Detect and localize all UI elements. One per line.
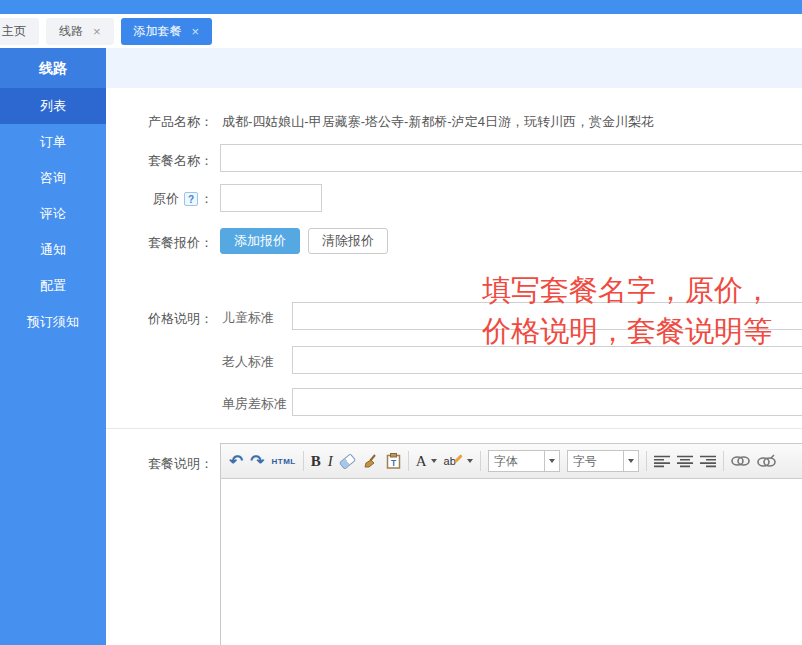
clear-quote-button[interactable]: 清除报价 — [308, 228, 388, 254]
product-name-value: 成都-四姑娘山-甲居藏寨-塔公寺-新都桥-泸定4日游，玩转川西，赏金川梨花 — [222, 113, 654, 131]
single-room-diff-input[interactable] — [292, 388, 802, 416]
tab-home-label: 主页 — [2, 23, 26, 40]
sidebar-item-list[interactable]: 列表 — [0, 88, 106, 124]
handwritten-annotation: 填写套餐名字，原价， 价格说明，套餐说明等 — [482, 270, 772, 352]
senior-standard-label: 老人标准 — [222, 353, 274, 371]
editor-toolbar: ↶ ↷ HTML B I T A — [221, 444, 802, 479]
package-name-input[interactable] — [220, 144, 802, 172]
package-quote-buttons: 添加报价 清除报价 — [220, 228, 388, 254]
tab-add-package-label: 添加套餐 — [134, 23, 182, 40]
sidebar: 线路 列表 订单 咨询 评论 通知 配置 预订须知 — [0, 48, 106, 645]
sidebar-item-booking-notes[interactable]: 预订须知 — [0, 304, 106, 340]
format-brush-icon[interactable] — [362, 449, 379, 473]
package-name-label: 套餐名称： — [106, 152, 213, 170]
sidebar-item-config[interactable]: 配置 — [0, 268, 106, 304]
sidebar-item-comments[interactable]: 评论 — [0, 196, 106, 232]
remove-link-icon[interactable] — [757, 449, 776, 473]
chevron-down-icon — [431, 459, 437, 463]
section-divider — [106, 428, 802, 429]
eraser-icon[interactable] — [340, 449, 355, 473]
tab-bar: 主页 线路 × 添加套餐 × — [0, 14, 802, 48]
svg-text:T: T — [391, 458, 397, 468]
tab-add-package[interactable]: 添加套餐 × — [121, 18, 213, 45]
child-standard-label: 儿童标准 — [222, 309, 274, 327]
align-left-icon[interactable] — [654, 449, 670, 473]
tab-route[interactable]: 线路 × — [46, 18, 114, 45]
annotation-line-1: 填写套餐名字，原价， — [482, 270, 772, 311]
html-source-button[interactable]: HTML — [272, 449, 296, 473]
toolbar-separator — [408, 451, 409, 471]
italic-button[interactable]: I — [328, 449, 333, 473]
tab-route-label: 线路 — [59, 23, 83, 40]
font-family-select[interactable]: 字体 — [488, 450, 560, 472]
original-price-input[interactable] — [220, 184, 322, 212]
sidebar-item-orders[interactable]: 订单 — [0, 124, 106, 160]
sidebar-item-notices[interactable]: 通知 — [0, 232, 106, 268]
help-icon[interactable]: ? — [184, 192, 198, 206]
chevron-down-icon — [467, 459, 473, 463]
insert-link-icon[interactable] — [731, 449, 750, 473]
chevron-down-icon — [544, 451, 559, 471]
content-header-band — [106, 48, 802, 88]
undo-icon[interactable]: ↶ — [229, 449, 243, 473]
toolbar-separator — [303, 451, 304, 471]
highlight-color-button[interactable]: ab — [444, 449, 473, 473]
price-desc-label: 价格说明： — [106, 310, 213, 328]
package-desc-label: 套餐说明： — [106, 455, 213, 473]
sidebar-item-consult[interactable]: 咨询 — [0, 160, 106, 196]
toolbar-separator — [480, 451, 481, 471]
original-price-label: 原价 ? ： — [106, 190, 213, 208]
rich-text-editor: ↶ ↷ HTML B I T A — [220, 443, 802, 645]
redo-icon[interactable]: ↷ — [250, 449, 264, 473]
product-name-label: 产品名称： — [106, 113, 213, 131]
align-right-icon[interactable] — [700, 449, 716, 473]
top-blue-bar — [0, 0, 802, 14]
bold-button[interactable]: B — [311, 449, 321, 473]
align-center-icon[interactable] — [677, 449, 693, 473]
paste-text-icon[interactable]: T — [386, 449, 401, 473]
close-icon[interactable]: × — [93, 25, 101, 38]
annotation-line-2: 价格说明，套餐说明等 — [482, 311, 772, 352]
font-size-select[interactable]: 字号 — [567, 450, 639, 472]
toolbar-separator — [646, 451, 647, 471]
tab-home[interactable]: 主页 — [0, 18, 39, 45]
sidebar-header-route[interactable]: 线路 — [0, 48, 106, 88]
chevron-down-icon — [623, 451, 638, 471]
add-quote-button[interactable]: 添加报价 — [220, 228, 300, 254]
single-room-diff-label: 单房差标准 — [222, 395, 287, 413]
package-quote-label: 套餐报价： — [106, 234, 213, 252]
close-icon[interactable]: × — [192, 25, 200, 38]
editor-content-area[interactable] — [221, 479, 802, 645]
font-color-button[interactable]: A — [416, 449, 437, 473]
toolbar-separator — [723, 451, 724, 471]
